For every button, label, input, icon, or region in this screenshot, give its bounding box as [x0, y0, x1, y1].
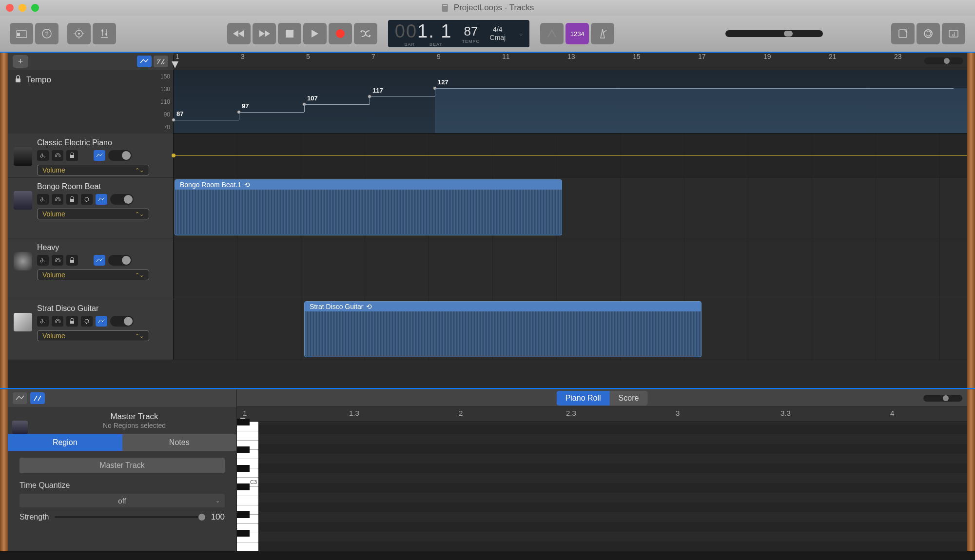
count-in-button[interactable]	[540, 23, 564, 44]
automation-param-select[interactable]: Volume⌃⌄	[37, 330, 149, 341]
instrument-icon[interactable]	[14, 147, 32, 166]
record-button[interactable]	[329, 23, 352, 44]
lcd-menu-chevron-icon[interactable]: ⌵	[519, 30, 523, 37]
editors-button[interactable]	[93, 23, 116, 44]
lcd-key[interactable]: Cmaj	[490, 34, 506, 42]
automation-mode-button[interactable]	[96, 194, 107, 205]
tempo-point[interactable]: 127	[438, 78, 448, 86]
instrument-icon[interactable]	[14, 313, 32, 331]
master-volume-slider[interactable]	[725, 30, 823, 37]
add-track-button[interactable]: +	[13, 55, 28, 68]
track-lane[interactable]: Strat Disco Guitar⟲	[174, 299, 967, 360]
piano-key[interactable]	[237, 542, 258, 551]
piano-key[interactable]	[237, 449, 258, 459]
tempo-point[interactable]: 107	[307, 95, 318, 102]
automation-param-select[interactable]: Volume⌃⌄	[37, 165, 149, 175]
lock-icon[interactable]	[15, 75, 21, 83]
lock-button[interactable]	[66, 255, 78, 266]
solo-button[interactable]	[52, 255, 63, 266]
piano-key[interactable]	[237, 431, 258, 440]
automation-mode-button[interactable]	[94, 255, 105, 266]
piano-key[interactable]: C3	[237, 477, 258, 486]
strength-slider[interactable]	[55, 516, 205, 518]
input-monitor-button[interactable]	[81, 316, 93, 327]
horizontal-zoom-slider[interactable]	[923, 395, 962, 402]
audio-region[interactable]: Strat Disco Guitar⟲	[304, 301, 702, 357]
mute-button[interactable]	[37, 194, 49, 205]
tempo-lane[interactable]: 8797107117127	[174, 70, 967, 134]
zoom-window-button[interactable]	[31, 4, 39, 12]
metronome-button[interactable]	[591, 23, 614, 44]
piano-key[interactable]	[237, 422, 258, 431]
rewind-button[interactable]	[227, 23, 251, 44]
mute-button[interactable]	[37, 316, 49, 327]
solo-button[interactable]	[52, 316, 63, 327]
library-button[interactable]	[10, 23, 33, 44]
piano-key[interactable]	[237, 440, 258, 449]
piano-roll-grid[interactable]	[258, 422, 967, 551]
timeline-ruler[interactable]: 1357911131517192123	[174, 53, 967, 70]
tempo-point[interactable]: 117	[372, 87, 383, 94]
track-header[interactable]: Strat Disco Guitar Volume⌃⌄	[8, 299, 174, 360]
lock-button[interactable]	[66, 316, 78, 327]
track-header[interactable]: Heavy Volume⌃⌄	[8, 238, 174, 299]
tempo-point[interactable]: 97	[242, 102, 249, 110]
editor-ruler[interactable]: 11.322.333.34	[237, 407, 967, 422]
piano-key[interactable]	[237, 486, 258, 496]
score-tab[interactable]: Score	[610, 391, 648, 406]
lock-button[interactable]	[66, 150, 78, 161]
quantize-select[interactable]: off⌄	[20, 494, 225, 507]
piano-keyboard[interactable]: C3	[237, 422, 258, 551]
stop-button[interactable]	[278, 23, 301, 44]
tempo-point[interactable]: 87	[176, 110, 183, 117]
lcd-timesig[interactable]: 4/4	[490, 25, 506, 34]
editor-automation-button[interactable]	[13, 392, 27, 404]
loop-browser-button[interactable]	[916, 23, 940, 44]
lcd-display[interactable]: 001. 1 BARBEAT 87 TEMPO 4/4 Cmaj ⌵	[388, 20, 529, 47]
tracks-zoom-slider[interactable]	[924, 58, 963, 64]
mute-button[interactable]	[37, 255, 49, 266]
play-button[interactable]	[303, 23, 327, 44]
mute-button[interactable]	[37, 150, 49, 161]
cycle-button[interactable]	[354, 23, 377, 44]
input-monitor-button[interactable]	[81, 194, 93, 205]
piano-key[interactable]	[237, 459, 258, 468]
piano-key[interactable]	[237, 468, 258, 477]
solo-button[interactable]	[52, 194, 63, 205]
piano-key[interactable]	[237, 533, 258, 542]
piano-key[interactable]	[237, 496, 258, 505]
catch-playhead-button[interactable]	[154, 56, 168, 67]
piano-key[interactable]	[237, 505, 258, 514]
close-window-button[interactable]	[6, 4, 14, 12]
lock-button[interactable]	[66, 194, 78, 205]
region-name-field[interactable]: Master Track	[20, 458, 225, 473]
lcd-tempo[interactable]: 87	[464, 24, 478, 39]
enable-toggle[interactable]	[110, 316, 134, 327]
smart-controls-button[interactable]	[67, 23, 91, 44]
automation-param-select[interactable]: Volume⌃⌄	[37, 209, 149, 219]
piano-roll-tab[interactable]: Piano Roll	[557, 391, 610, 406]
track-header[interactable]: Bongo Room Beat Volume⌃⌄	[8, 177, 174, 238]
automation-point[interactable]	[172, 154, 176, 157]
track-lane[interactable]: Bongo Room Beat.1⟲	[174, 177, 967, 238]
notepad-button[interactable]	[891, 23, 915, 44]
notes-tab[interactable]: Notes	[122, 434, 237, 451]
instrument-icon[interactable]	[14, 252, 32, 270]
region-tab[interactable]: Region	[8, 434, 122, 451]
audio-region[interactable]: Bongo Room Beat.1⟲	[175, 179, 562, 235]
automation-mode-button[interactable]	[96, 316, 107, 327]
enable-toggle[interactable]	[110, 194, 134, 205]
track-header[interactable]: Classic Electric Piano Volume⌃⌄	[8, 134, 174, 177]
track-lane[interactable]	[174, 134, 967, 177]
enable-toggle[interactable]	[108, 255, 132, 266]
editor-catch-button[interactable]	[30, 392, 45, 404]
automation-line[interactable]	[174, 155, 967, 156]
piano-key[interactable]	[237, 514, 258, 523]
automation-param-select[interactable]: Volume⌃⌄	[37, 270, 149, 280]
track-lane[interactable]	[174, 238, 967, 299]
automation-toggle-button[interactable]	[137, 56, 152, 67]
quick-help-button[interactable]: ?	[35, 23, 58, 44]
enable-toggle[interactable]	[108, 150, 132, 161]
minimize-window-button[interactable]	[19, 4, 26, 12]
instrument-icon[interactable]	[14, 191, 32, 210]
